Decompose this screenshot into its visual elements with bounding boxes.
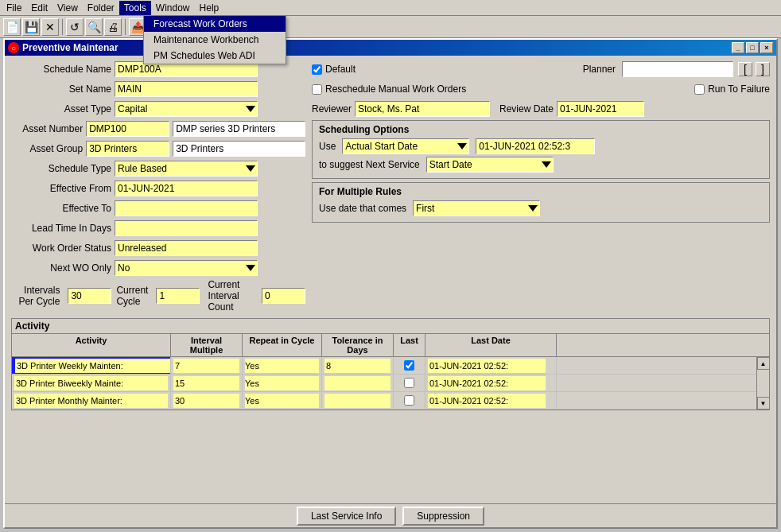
activity-2-last-cell [394, 392, 425, 409]
reschedule-checkbox[interactable] [312, 84, 322, 95]
activity-2-tolerance-input[interactable] [324, 394, 390, 408]
menu-help[interactable]: Help [195, 1, 224, 15]
work-order-status-input[interactable] [115, 240, 258, 256]
find-button[interactable]: 🔍 [85, 18, 103, 36]
refresh-button[interactable]: ↺ [66, 18, 84, 36]
activity-2-interval-input[interactable] [173, 394, 239, 408]
title-icon: ○ [8, 42, 19, 53]
set-name-label: Set Name [11, 83, 115, 95]
next-wo-row: Next WO Only No Yes [11, 259, 305, 277]
current-interval-input[interactable] [262, 288, 305, 304]
run-to-failure-checkbox[interactable] [694, 84, 705, 95]
activity-0-repeat-select[interactable]: YesNo [245, 359, 319, 373]
suppression-button[interactable]: Suppression [402, 507, 484, 526]
reschedule-label: Reschedule Manual Work Orders [325, 83, 466, 95]
asset-group-desc-input[interactable] [173, 141, 305, 157]
work-order-status-label: Work Order Status [11, 243, 115, 254]
review-date-input[interactable] [557, 101, 644, 117]
use-select[interactable]: Actual Start Date Planned Start Date [342, 138, 469, 154]
activity-1-interval-cell [171, 375, 243, 391]
asset-group-input[interactable] [86, 141, 169, 157]
activity-0-last-date-cell [425, 357, 557, 374]
close-button[interactable]: × [760, 42, 773, 53]
activity-0-repeat-cell: YesNo [243, 357, 322, 374]
lead-time-input[interactable] [115, 220, 258, 236]
use-date-input[interactable] [476, 138, 595, 154]
activity-2-repeat-cell: YesNo [243, 392, 322, 409]
activity-1-repeat-select[interactable]: YesNo [245, 376, 319, 390]
activity-0-name-input[interactable] [15, 359, 170, 373]
schedule-type-select[interactable]: Rule Based Manual [115, 161, 258, 177]
lead-time-row: Lead Time In Days [11, 219, 305, 237]
activity-0-last-cell [394, 357, 425, 374]
asset-type-select[interactable]: Capital Lease [115, 101, 258, 117]
to-suggest-select[interactable]: Start Date End Date [426, 157, 554, 173]
menu-file[interactable]: File [2, 1, 26, 15]
activity-2-last-date-input[interactable] [428, 394, 546, 408]
menu-tools[interactable]: Tools [119, 1, 151, 15]
activity-2-last-date-cell [425, 392, 557, 409]
effective-from-input[interactable] [115, 181, 258, 196]
activity-0-tolerance-cell [322, 357, 394, 374]
planner-search-btn[interactable]: ] [756, 62, 770, 76]
main-window: ○ Preventive Maintenar _ □ × Schedule Na… [3, 38, 778, 529]
activity-1-name-input[interactable] [14, 376, 168, 390]
last-service-info-button[interactable]: Last Service Info [297, 507, 396, 526]
activity-section-title: Activity [12, 319, 769, 334]
activity-2-name-cell [12, 392, 171, 409]
activity-1-last-checkbox[interactable] [404, 378, 414, 388]
activity-scrollbar[interactable]: ▲ ▼ [756, 357, 769, 410]
activity-1-last-date-input[interactable] [428, 376, 546, 390]
set-name-input[interactable] [115, 81, 258, 97]
run-to-failure-label[interactable]: Run To Failure [694, 83, 770, 95]
asset-type-row: Asset Type Capital Lease [11, 100, 305, 118]
use-date-that-comes-select[interactable]: First Last [413, 200, 540, 216]
review-date-label: Review Date [499, 103, 554, 115]
print-button[interactable]: 🖨 [104, 18, 122, 36]
activity-0-tolerance-input[interactable] [324, 359, 390, 373]
planner-list-btn[interactable]: [ [738, 62, 752, 76]
scroll-up-arrow[interactable]: ▲ [757, 357, 770, 370]
minimize-button[interactable]: _ [732, 42, 744, 53]
lead-time-label: Lead Time In Days [11, 223, 115, 234]
planner-input[interactable] [622, 61, 733, 77]
menu-maintenance-workbench[interactable]: Maintenance Workbench [144, 32, 286, 48]
activity-0-interval-input[interactable] [173, 359, 239, 373]
activity-2-repeat-select[interactable]: YesNo [245, 394, 319, 408]
toolbar-sep-1 [62, 19, 63, 35]
intervals-per-cycle-label: Intervals Per Cycle [11, 285, 63, 307]
scroll-down-arrow[interactable]: ▼ [757, 397, 770, 410]
save-button[interactable]: 💾 [22, 18, 40, 36]
asset-number-input[interactable] [86, 121, 169, 137]
reschedule-checkbox-label[interactable]: Reschedule Manual Work Orders [312, 83, 466, 95]
delete-button[interactable]: ✕ [41, 18, 59, 36]
reviewer-input[interactable] [355, 101, 490, 117]
menu-forecast-work-orders[interactable]: Forecast Work Orders [144, 16, 286, 32]
new-button[interactable]: 📄 [3, 18, 21, 36]
default-label: Default [325, 64, 356, 75]
maximize-button[interactable]: □ [746, 42, 759, 53]
menu-view[interactable]: View [52, 1, 83, 15]
menu-folder[interactable]: Folder [83, 1, 119, 15]
asset-desc-input[interactable] [173, 121, 305, 137]
default-checkbox-label[interactable]: Default [312, 64, 356, 75]
asset-group-label: Asset Group [11, 143, 86, 154]
activity-0-last-checkbox[interactable] [404, 360, 414, 371]
menu-window[interactable]: Window [151, 1, 195, 15]
effective-to-input[interactable] [115, 200, 258, 216]
next-wo-label: Next WO Only [11, 262, 115, 274]
menubar: File Edit View Folder Tools Window Help [0, 0, 781, 16]
next-wo-select[interactable]: No Yes [115, 260, 258, 276]
activity-1-interval-input[interactable] [173, 376, 239, 390]
intervals-per-cycle-input[interactable] [68, 288, 111, 304]
current-cycle-input[interactable] [156, 288, 200, 304]
interval-multiple-col-header: Interval Multiple [171, 334, 243, 356]
menu-edit[interactable]: Edit [26, 1, 52, 15]
activity-0-last-date-input[interactable] [428, 359, 546, 373]
default-checkbox[interactable] [312, 64, 322, 75]
activity-1-tolerance-input[interactable] [324, 376, 390, 390]
activity-2-name-input[interactable] [14, 394, 168, 408]
menu-pm-schedules-web-adi[interactable]: PM Schedules Web ADI [144, 48, 286, 64]
activity-2-last-checkbox[interactable] [404, 395, 414, 406]
last-date-col-header: Last Date [425, 334, 557, 356]
